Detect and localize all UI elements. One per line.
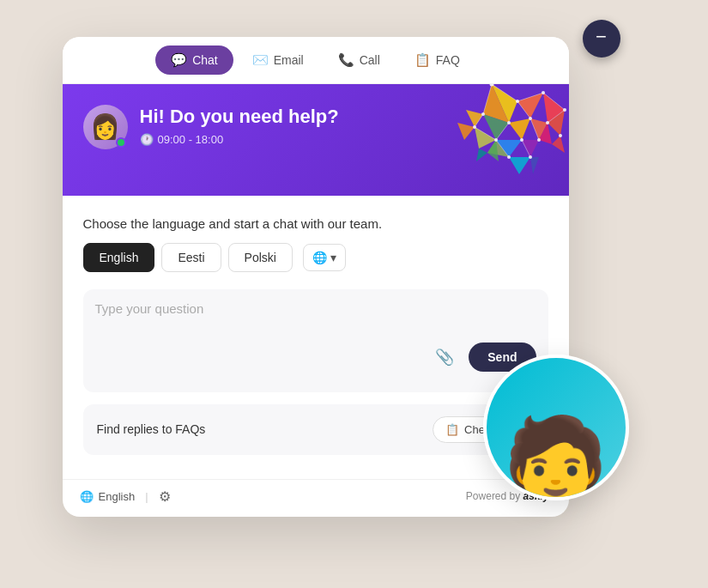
choose-language-text: Choose the language and start a chat wit… — [83, 216, 548, 231]
faq-bar: Find replies to FAQs 📋 Check FAQ — [83, 404, 548, 455]
tab-call[interactable]: 📞 Call — [323, 45, 396, 75]
language-selector: English Eesti Polski 🌐 ▾ — [83, 243, 548, 272]
chevron-down-icon: ▾ — [330, 251, 336, 264]
person-silhouette-icon: 🧑 — [502, 418, 609, 500]
faq-button-icon: 📋 — [445, 423, 459, 436]
hero-greeting: Hi! Do you need help? — [140, 105, 339, 130]
tab-call-label: Call — [360, 53, 380, 67]
chat-placeholder-text: Type your question — [95, 301, 536, 316]
hero-banner: 👩 Hi! Do you need help? 🕐 09:00 - 18:00 — [63, 84, 569, 196]
call-tab-icon: 📞 — [338, 52, 354, 68]
settings-icon[interactable]: ⚙ — [159, 488, 171, 505]
footer-separator: | — [145, 490, 148, 503]
svg-marker-12 — [530, 157, 539, 174]
tab-email-label: Email — [274, 53, 304, 67]
tab-bar: 💬 Chat ✉️ Email 📞 Call 📋 FAQ — [63, 37, 569, 84]
footer-globe-icon: 🌐 — [80, 490, 94, 503]
tab-chat[interactable]: 💬 Chat — [155, 45, 233, 75]
attach-button[interactable]: 📎 — [429, 342, 460, 373]
hero-text: Hi! Do you need help? 🕐 09:00 - 18:00 — [140, 105, 339, 147]
widget-footer: 🌐 English | ⚙ Powered by askly. — [63, 479, 569, 517]
person-photo: 🧑 — [483, 355, 629, 500]
paperclip-icon: 📎 — [435, 348, 454, 367]
language-button-english[interactable]: English — [83, 243, 155, 272]
tab-faq[interactable]: 📋 FAQ — [399, 45, 475, 75]
agent-avatar-wrap: 👩 — [83, 105, 128, 149]
faq-bar-text: Find replies to FAQs — [97, 422, 206, 436]
tab-faq-label: FAQ — [436, 53, 460, 67]
avatar-icon: 👩 — [90, 112, 120, 141]
powered-by-text: Powered by — [466, 490, 520, 502]
chat-actions: 📎 Send — [95, 342, 536, 373]
more-languages-button[interactable]: 🌐 ▾ — [303, 244, 346, 271]
online-status-dot — [116, 137, 126, 148]
language-button-polski[interactable]: Polski — [228, 243, 293, 272]
minimize-icon: − — [596, 27, 607, 46]
faq-tab-icon: 📋 — [415, 52, 431, 68]
svg-point-34 — [559, 134, 562, 137]
globe-icon: 🌐 — [312, 251, 327, 264]
hero-hours-text: 09:00 - 18:00 — [158, 133, 224, 146]
tab-chat-label: Chat — [192, 53, 218, 67]
minimize-button[interactable]: − — [583, 20, 620, 58]
tab-email[interactable]: ✉️ Email — [237, 45, 319, 75]
hero-hours: 🕐 09:00 - 18:00 — [140, 133, 339, 146]
svg-marker-11 — [552, 136, 565, 153]
chat-tab-icon: 💬 — [171, 52, 187, 68]
email-tab-icon: ✉️ — [252, 52, 269, 68]
footer-language: English — [99, 490, 136, 503]
chat-input-area: Type your question 📎 Send — [83, 289, 548, 392]
language-button-eesti[interactable]: Eesti — [161, 243, 221, 272]
footer-left: 🌐 English | ⚙ — [80, 488, 171, 505]
svg-marker-18 — [476, 149, 487, 161]
svg-marker-13 — [509, 157, 530, 174]
clock-icon: 🕐 — [140, 133, 154, 146]
